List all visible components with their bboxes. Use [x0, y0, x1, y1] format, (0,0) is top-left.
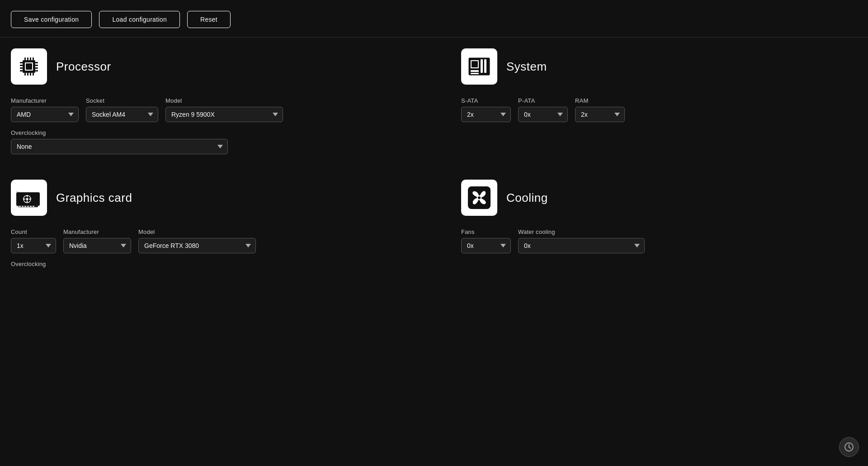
- system-title: System: [506, 60, 547, 74]
- svg-rect-2: [26, 63, 32, 70]
- sata-label: S-ATA: [461, 97, 511, 104]
- water-cooling-select[interactable]: 0x 120mm 240mm 360mm 480mm: [518, 238, 645, 253]
- svg-point-35: [26, 198, 28, 200]
- sections-grid: Processor Manufacturer AMD Intel Socket …: [11, 48, 857, 293]
- svg-rect-36: [33, 194, 34, 204]
- svg-rect-13: [20, 67, 23, 69]
- load-configuration-button[interactable]: Load configuration: [99, 11, 180, 28]
- svg-rect-43: [27, 206, 29, 207]
- model-field-group: Model Ryzen 9 5900X Ryzen 9 5950X Ryzen …: [165, 97, 283, 122]
- svg-rect-38: [37, 194, 38, 204]
- svg-rect-33: [23, 199, 25, 200]
- fans-field-group: Fans 0x 1x 2x 3x 4x 5x 6x: [461, 228, 511, 253]
- clock-icon: [844, 442, 854, 452]
- svg-rect-11: [20, 62, 23, 63]
- svg-rect-24: [484, 59, 486, 73]
- water-cooling-label: Water cooling: [518, 228, 645, 235]
- socket-field-group: Socket Sockel AM4 Sockel AM5 LGA 1700 LG…: [86, 97, 158, 122]
- save-configuration-button[interactable]: Save configuration: [11, 11, 92, 28]
- svg-rect-23: [481, 59, 483, 73]
- svg-rect-25: [471, 70, 479, 72]
- svg-rect-32: [27, 200, 28, 203]
- pata-field-group: P-ATA 0x 1x 2x 4x: [518, 97, 568, 122]
- graphics-title: Graphics card: [56, 191, 132, 205]
- pata-label: P-ATA: [518, 97, 568, 104]
- svg-rect-41: [22, 206, 24, 207]
- system-header: System: [461, 48, 857, 85]
- socket-select[interactable]: Sockel AM4 Sockel AM5 LGA 1700 LGA 1200: [86, 107, 158, 122]
- system-fields-row1: S-ATA 0x 1x 2x 4x 6x 8x P-ATA 0x 1x: [461, 97, 857, 122]
- gpu-model-select[interactable]: GeForce RTX 3080 GeForce RTX 3090 GeForc…: [138, 238, 256, 253]
- water-cooling-field-group: Water cooling 0x 120mm 240mm 360mm 480mm: [518, 228, 645, 253]
- pata-select[interactable]: 0x 1x 2x 4x: [518, 107, 568, 122]
- model-label: Model: [165, 97, 283, 104]
- processor-title: Processor: [56, 60, 111, 74]
- top-bar: Save configuration Load configuration Re…: [0, 0, 868, 37]
- gpu-count-label: Count: [11, 228, 56, 235]
- svg-rect-46: [16, 191, 19, 192]
- gpu-manufacturer-field-group: Manufacturer Nvidia AMD Intel: [63, 228, 131, 253]
- overclocking-label: Overclocking: [11, 129, 228, 136]
- processor-fields-row1: Manufacturer AMD Intel Socket Sockel AM4…: [11, 97, 416, 122]
- cooling-header: Cooling: [461, 180, 857, 216]
- overclocking-field-group: Overclocking None Light Medium Heavy: [11, 129, 228, 154]
- main-content: Processor Manufacturer AMD Intel Socket …: [0, 38, 868, 293]
- svg-rect-6: [33, 57, 34, 60]
- svg-rect-26: [471, 73, 479, 74]
- svg-rect-31: [27, 195, 28, 197]
- cpu-icon-svg: [16, 54, 42, 79]
- svg-rect-47: [16, 206, 19, 207]
- svg-rect-12: [20, 65, 23, 66]
- svg-rect-5: [30, 57, 31, 60]
- fans-select[interactable]: 0x 1x 2x 3x 4x 5x 6x: [461, 238, 511, 253]
- gpu-manufacturer-select[interactable]: Nvidia AMD Intel: [63, 238, 131, 253]
- processor-fields-row2: Overclocking None Light Medium Heavy: [11, 129, 416, 154]
- sata-field-group: S-ATA 0x 1x 2x 4x 6x 8x: [461, 97, 511, 122]
- cpu-model-select[interactable]: Ryzen 9 5900X Ryzen 9 5950X Ryzen 7 5800…: [165, 107, 283, 122]
- graphics-section: Graphics card Count 1x 2x 3x 4x Manufact…: [11, 180, 416, 275]
- cooling-fields-row1: Fans 0x 1x 2x 3x 4x 5x 6x Water cooling …: [461, 228, 857, 253]
- motherboard-icon-svg: [466, 53, 492, 80]
- svg-rect-40: [19, 206, 21, 207]
- gpu-count-select[interactable]: 1x 2x 3x 4x: [11, 238, 56, 253]
- svg-rect-9: [30, 73, 31, 76]
- cooling-title: Cooling: [506, 191, 548, 205]
- gpu-overclocking-field-group: Overclocking: [11, 261, 46, 267]
- ram-select[interactable]: 0x 1x 2x 4x 8x: [575, 107, 625, 122]
- graphics-fields-row2: Overclocking: [11, 261, 416, 267]
- gpu-overclocking-label: Overclocking: [11, 261, 46, 267]
- svg-rect-8: [27, 73, 28, 76]
- manufacturer-select[interactable]: AMD Intel: [11, 107, 79, 122]
- svg-rect-7: [24, 73, 26, 76]
- processor-icon: [11, 48, 47, 85]
- system-section: System S-ATA 0x 1x 2x 4x 6x 8x P-ATA: [452, 48, 857, 162]
- svg-rect-16: [35, 65, 38, 66]
- overclocking-select[interactable]: None Light Medium Heavy: [11, 139, 228, 154]
- reset-button[interactable]: Reset: [187, 11, 231, 28]
- svg-rect-34: [29, 199, 31, 200]
- svg-rect-18: [35, 70, 38, 71]
- svg-line-54: [849, 447, 851, 449]
- socket-label: Socket: [86, 97, 158, 104]
- svg-rect-4: [27, 57, 28, 60]
- gpu-icon-svg: [14, 183, 43, 212]
- graphics-icon: [11, 180, 47, 216]
- manufacturer-label: Manufacturer: [11, 97, 79, 104]
- clock-button[interactable]: [839, 437, 859, 457]
- ram-field-group: RAM 0x 1x 2x 4x 8x: [575, 97, 625, 122]
- gpu-model-field-group: Model GeForce RTX 3080 GeForce RTX 3090 …: [138, 228, 256, 253]
- sata-select[interactable]: 0x 1x 2x 4x 6x 8x: [461, 107, 511, 122]
- fan-icon-svg: [466, 185, 492, 211]
- gpu-model-label: Model: [138, 228, 256, 235]
- manufacturer-field-group: Manufacturer AMD Intel: [11, 97, 79, 122]
- svg-rect-45: [33, 206, 34, 207]
- gpu-manufacturer-label: Manufacturer: [63, 228, 131, 235]
- svg-rect-37: [35, 194, 36, 204]
- svg-rect-44: [30, 206, 32, 207]
- graphics-header: Graphics card: [11, 180, 416, 216]
- svg-point-51: [478, 196, 481, 199]
- svg-rect-22: [472, 61, 478, 67]
- processor-section: Processor Manufacturer AMD Intel Socket …: [11, 48, 416, 162]
- svg-rect-3: [24, 57, 26, 60]
- cooling-icon: [461, 180, 497, 216]
